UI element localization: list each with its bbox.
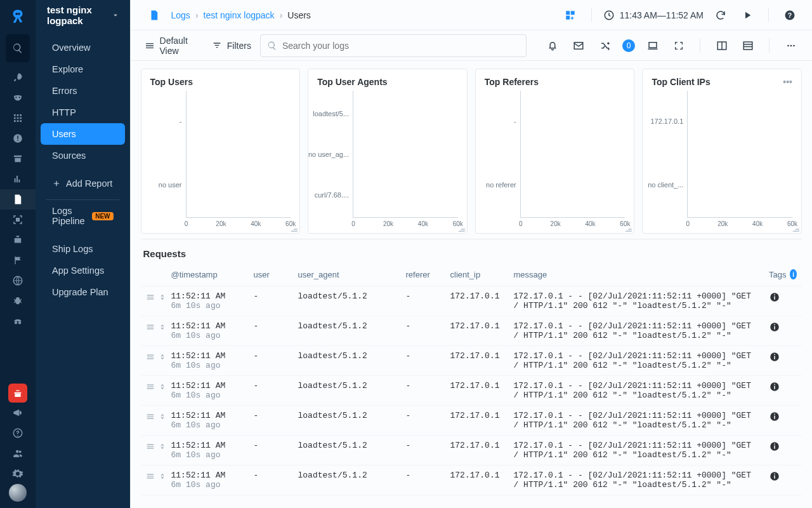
sidebar-item-http[interactable]: HTTP <box>41 102 125 123</box>
expand-icon[interactable] <box>159 293 166 301</box>
breadcrumb-root[interactable]: Logs <box>171 10 190 20</box>
drag-icon[interactable] <box>146 382 155 391</box>
table-row[interactable]: 11:52:11 AM6m 10s ago-loadtest/5.1.2-172… <box>141 406 802 436</box>
column-header[interactable]: client_ip <box>445 265 509 286</box>
archive-icon[interactable] <box>0 149 36 169</box>
cell-referer: - <box>401 346 445 376</box>
avatar[interactable] <box>9 484 27 502</box>
logs-pipeline-label: Logs Pipeline <box>52 206 87 226</box>
bell-icon[interactable] <box>544 36 561 55</box>
row-info-icon[interactable] <box>764 465 802 495</box>
column-header[interactable]: message <box>509 265 764 286</box>
cell-referer: - <box>401 286 445 316</box>
expand-icon[interactable] <box>159 353 166 361</box>
rocket-icon[interactable] <box>0 67 36 88</box>
add-report-button[interactable]: Add Report <box>41 173 125 194</box>
sidebar-item-app-settings[interactable]: App Settings <box>41 260 125 281</box>
expand-icon[interactable] <box>159 443 166 450</box>
more-icon[interactable] <box>782 36 799 55</box>
row-info-icon[interactable] <box>764 406 802 436</box>
row-info-icon[interactable] <box>764 316 802 346</box>
fullscreen-icon[interactable] <box>670 36 687 55</box>
column-header[interactable]: user <box>249 265 293 286</box>
alert-circle-icon[interactable] <box>0 128 36 149</box>
breadcrumb-project[interactable]: test nginx logpack <box>204 10 275 20</box>
columns-icon[interactable] <box>713 36 730 55</box>
sidebar-item-errors[interactable]: Errors <box>41 80 125 102</box>
logs-pipeline-link[interactable]: Logs Pipeline NEW <box>41 205 125 227</box>
laptop-icon[interactable] <box>644 36 661 55</box>
flag-icon[interactable] <box>0 250 36 271</box>
table-row[interactable]: 11:52:11 AM6m 10s ago-loadtest/5.1.2-172… <box>141 316 802 346</box>
column-header[interactable]: referer <box>401 265 445 286</box>
resize-handle-icon[interactable] <box>626 225 632 232</box>
globe-icon[interactable] <box>0 271 36 291</box>
row-info-icon[interactable] <box>764 436 802 465</box>
alerts-count-badge[interactable]: 0 <box>622 39 635 52</box>
help-icon[interactable]: ? <box>780 6 799 25</box>
drag-icon[interactable] <box>146 352 155 361</box>
row-info-icon[interactable] <box>764 346 802 376</box>
megaphone-icon[interactable] <box>0 403 36 423</box>
expand-icon[interactable] <box>159 383 166 391</box>
time-range-picker[interactable]: 11:43 AM—11:52 AM <box>603 10 704 21</box>
table-row[interactable]: 11:52:11 AM6m 10s ago-loadtest/5.1.2-172… <box>141 346 802 376</box>
search-input[interactable] <box>282 41 520 51</box>
document-icon[interactable] <box>0 189 36 210</box>
filters-button[interactable]: Filters <box>212 41 251 51</box>
refresh-icon[interactable] <box>711 6 730 25</box>
chart-cards-row: Top Users-no user020k40k60kTop User Agen… <box>131 61 812 239</box>
more-icon[interactable]: ••• <box>783 77 792 87</box>
robot-icon[interactable] <box>0 230 36 250</box>
column-header[interactable]: Tagsi <box>764 265 802 286</box>
play-icon[interactable] <box>738 6 757 25</box>
resize-handle-icon[interactable] <box>292 225 298 232</box>
chart-tick-label: 20k <box>216 220 226 227</box>
team-icon[interactable] <box>0 443 36 464</box>
grid-icon[interactable] <box>0 108 36 128</box>
row-info-icon[interactable] <box>764 286 802 316</box>
info-icon[interactable]: i <box>790 269 797 279</box>
resize-handle-icon[interactable] <box>459 225 466 232</box>
incognito-icon[interactable] <box>0 311 36 331</box>
search-rail-icon[interactable] <box>6 34 30 62</box>
drag-icon[interactable] <box>146 293 155 302</box>
chart-icon[interactable] <box>0 169 36 189</box>
table-row[interactable]: 11:52:11 AM6m 10s ago-loadtest/5.1.2-172… <box>141 465 802 495</box>
bug-icon[interactable] <box>0 291 36 311</box>
sidebar-item-users[interactable]: Users <box>41 123 125 145</box>
expand-icon[interactable] <box>159 472 166 480</box>
expand-icon[interactable] <box>159 323 166 331</box>
row-info-icon[interactable] <box>764 376 802 406</box>
table-row[interactable]: 11:52:11 AM6m 10s ago-loadtest/5.1.2-172… <box>141 436 802 465</box>
add-widget-icon[interactable] <box>561 6 580 25</box>
gift-icon[interactable] <box>8 384 27 403</box>
sidebar-item-ship-logs[interactable]: Ship Logs <box>41 238 125 260</box>
sidebar-item-overview[interactable]: Overview <box>41 37 125 58</box>
project-switcher[interactable]: test nginx logpack <box>36 0 130 30</box>
list-icon[interactable] <box>739 36 756 55</box>
drag-icon[interactable] <box>146 412 155 421</box>
gear-icon[interactable] <box>0 464 36 484</box>
column-header[interactable]: @timestamp <box>166 265 249 286</box>
column-header[interactable]: user_agent <box>293 265 401 286</box>
shuffle-icon[interactable] <box>596 36 613 55</box>
scan-icon[interactable] <box>0 210 36 230</box>
help-circle-icon[interactable] <box>0 423 36 443</box>
sidebar-item-sources[interactable]: Sources <box>41 145 125 166</box>
table-row[interactable]: 11:52:11 AM6m 10s ago-loadtest/5.1.2-172… <box>141 376 802 406</box>
cell-user_agent: loadtest/5.1.2 <box>293 436 401 465</box>
mail-icon[interactable] <box>570 36 587 55</box>
drag-icon[interactable] <box>146 323 155 331</box>
sidebar-item-upgrade-plan[interactable]: Upgrade Plan <box>41 281 125 303</box>
table-row[interactable]: 11:52:11 AM6m 10s ago-loadtest/5.1.2-172… <box>141 286 802 316</box>
sidebar-item-explore[interactable]: Explore <box>41 58 125 80</box>
drag-icon[interactable] <box>146 472 155 481</box>
resize-handle-icon[interactable] <box>794 225 800 232</box>
expand-icon[interactable] <box>159 413 166 420</box>
mask-icon[interactable] <box>0 88 36 108</box>
search-input-wrap[interactable] <box>260 34 527 57</box>
app-logo-icon[interactable] <box>6 6 29 29</box>
drag-icon[interactable] <box>146 442 155 451</box>
default-view-button[interactable]: Default View <box>145 36 203 56</box>
